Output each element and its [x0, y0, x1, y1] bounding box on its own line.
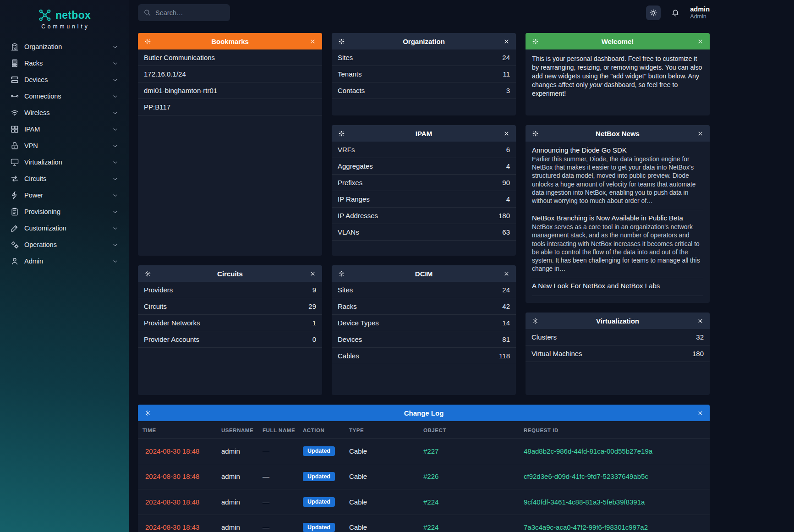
widget-close-button[interactable] — [695, 407, 706, 418]
stat-row-virtual-machines[interactable]: Virtual Machines 180 — [526, 346, 710, 362]
stat-row-vlans[interactable]: VLANs 63 — [332, 224, 516, 241]
changelog-time-link[interactable]: 2024-08-30 18:48 — [145, 498, 199, 506]
close-icon — [503, 38, 510, 45]
bookmark-item-172-16-0-1-24[interactable]: 172.16.0.1/24 — [138, 66, 322, 82]
changelog-cell-requestid: 9cf40fdf-3461-4c88-81a3-5feb39f8391a — [519, 489, 710, 515]
notifications-button[interactable] — [668, 5, 683, 20]
brand-logo[interactable]: netbox Community — [0, 5, 129, 36]
sidebar-item-ipam[interactable]: IPAM — [6, 121, 122, 137]
stat-row-devices[interactable]: Devices 81 — [332, 331, 516, 348]
changelog-object-link[interactable]: #224 — [423, 523, 438, 531]
sidebar-item-power[interactable]: Power — [6, 187, 122, 203]
changelog-time-link[interactable]: 2024-08-30 18:48 — [145, 447, 199, 455]
widget-close-button[interactable] — [501, 36, 512, 47]
changelog-time-link[interactable]: 2024-08-30 18:43 — [145, 523, 199, 531]
sidebar-item-provisioning[interactable]: Provisioning — [6, 204, 122, 219]
gear-icon — [144, 38, 151, 45]
stat-value: 6 — [506, 146, 510, 154]
stat-row-provider-networks[interactable]: Provider Networks 1 — [138, 315, 322, 331]
sidebar-item-racks[interactable]: Racks — [6, 55, 122, 71]
stat-value: 90 — [502, 179, 510, 186]
stat-row-racks[interactable]: Racks 42 — [332, 298, 516, 315]
widget-close-button[interactable] — [695, 128, 706, 139]
changelog-object-link[interactable]: #226 — [423, 472, 438, 480]
stat-label: Sites — [338, 286, 353, 294]
changelog-requestid-link[interactable]: 7a3c4a9c-aca0-47f2-99f6-f98301c997a2 — [524, 523, 648, 531]
search-box[interactable] — [138, 4, 230, 21]
stat-row-prefixes[interactable]: Prefixes 90 — [332, 175, 516, 191]
sidebar-item-operations[interactable]: Operations — [6, 237, 122, 252]
bookmark-item-pp-b117[interactable]: PP:B117 — [138, 99, 322, 115]
theme-toggle-button[interactable] — [646, 5, 661, 20]
stat-row-sites[interactable]: Sites 24 — [332, 282, 516, 298]
stat-row-circuits[interactable]: Circuits 29 — [138, 298, 322, 315]
sidebar-item-label: Racks — [24, 60, 43, 67]
widget-title: DCIM — [347, 270, 501, 278]
sidebar-item-devices[interactable]: Devices — [6, 72, 122, 88]
widget-close-button[interactable] — [695, 315, 706, 326]
bookmark-item-butler-communications[interactable]: Butler Communications — [138, 49, 322, 66]
sidebar-item-connections[interactable]: Connections — [6, 88, 122, 104]
widget-close-button[interactable] — [501, 268, 512, 279]
stat-row-cables[interactable]: Cables 118 — [332, 348, 516, 364]
gear-icon — [532, 130, 539, 137]
stat-row-provider-accounts[interactable]: Provider Accounts 0 — [138, 331, 322, 348]
bookmark-item-dmi01-binghamton-rtr01[interactable]: dmi01-binghamton-rtr01 — [138, 82, 322, 99]
widget-ipam: IPAM VRFs 6 — [332, 125, 516, 256]
chevron-down-icon — [112, 110, 119, 116]
widget-config-button[interactable] — [336, 268, 347, 279]
sidebar-item-organization[interactable]: Organization — [6, 39, 122, 55]
widget-virtualization-header: Virtualization — [526, 313, 710, 329]
widget-config-button[interactable] — [336, 128, 347, 139]
stat-row-providers[interactable]: Providers 9 — [138, 282, 322, 298]
sidebar-item-label: Devices — [24, 76, 48, 83]
changelog-time-link[interactable]: 2024-08-30 18:48 — [145, 472, 199, 480]
widget-changelog-header: Change Log — [138, 405, 710, 421]
news-headline-link[interactable]: NetBox Branching is Now Available in Pub… — [532, 214, 703, 222]
chevron-down-icon — [112, 241, 119, 248]
sidebar-item-virtualization[interactable]: Virtualization — [6, 154, 122, 170]
widget-config-button[interactable] — [336, 36, 347, 47]
sidebar-item-circuits[interactable]: Circuits — [6, 171, 122, 186]
stat-label: Provider Networks — [144, 319, 200, 327]
sidebar-item-wireless[interactable]: Wireless — [6, 105, 122, 121]
action-badge: Updated — [303, 497, 335, 507]
stat-row-clusters[interactable]: Clusters 32 — [526, 329, 710, 346]
widget-config-button[interactable] — [142, 36, 153, 47]
widget-circuits: Circuits Providers 9 — [138, 265, 322, 395]
changelog-requestid-link[interactable]: 9cf40fdf-3461-4c88-81a3-5feb39f8391a — [524, 498, 645, 506]
stat-row-ip-addresses[interactable]: IP Addresses 180 — [332, 208, 516, 224]
user-menu[interactable]: admin Admin — [690, 5, 710, 21]
stat-row-sites[interactable]: Sites 24 — [332, 49, 516, 66]
stat-row-tenants[interactable]: Tenants 11 — [332, 66, 516, 82]
search-input[interactable] — [155, 9, 225, 16]
widget-close-button[interactable] — [501, 128, 512, 139]
widget-config-button[interactable] — [142, 268, 153, 279]
stat-row-device-types[interactable]: Device Types 14 — [332, 315, 516, 331]
news-headline-link[interactable]: A New Look For NetBox and NetBox Labs — [532, 282, 703, 290]
widget-config-button[interactable] — [142, 407, 153, 418]
sidebar-item-vpn[interactable]: VPN — [6, 138, 122, 154]
bell-icon — [671, 9, 679, 17]
widget-close-button[interactable] — [695, 36, 706, 47]
changelog-object-link[interactable]: #227 — [423, 447, 438, 455]
sidebar-item-admin[interactable]: Admin — [6, 253, 122, 269]
widget-config-button[interactable] — [530, 128, 541, 139]
widget-close-button[interactable] — [307, 36, 318, 47]
changelog-row: 2024-08-30 18:43 admin — Updated Cable #… — [138, 515, 710, 532]
stat-row-aggregates[interactable]: Aggregates 4 — [332, 158, 516, 175]
sidebar-item-customization[interactable]: Customization — [6, 220, 122, 236]
changelog-requestid-link[interactable]: cf92d3e6-d09d-41fc-9fd7-52337649ab5c — [524, 472, 648, 480]
widget-config-button[interactable] — [530, 36, 541, 47]
search-icon — [143, 9, 151, 16]
stat-row-contacts[interactable]: Contacts 3 — [332, 82, 516, 99]
stat-label: Cables — [338, 352, 359, 360]
widget-close-button[interactable] — [307, 268, 318, 279]
news-headline-link[interactable]: Announcing the Diode Go SDK — [532, 146, 703, 154]
stat-row-ip-ranges[interactable]: IP Ranges 4 — [332, 191, 516, 208]
changelog-requestid-link[interactable]: 48ad8b2c-986d-44fd-81ca-00d55b27e19a — [524, 447, 652, 455]
column-header-time: TIME — [138, 421, 217, 439]
widget-config-button[interactable] — [530, 315, 541, 326]
stat-row-vrfs[interactable]: VRFs 6 — [332, 142, 516, 158]
changelog-object-link[interactable]: #224 — [423, 498, 438, 506]
